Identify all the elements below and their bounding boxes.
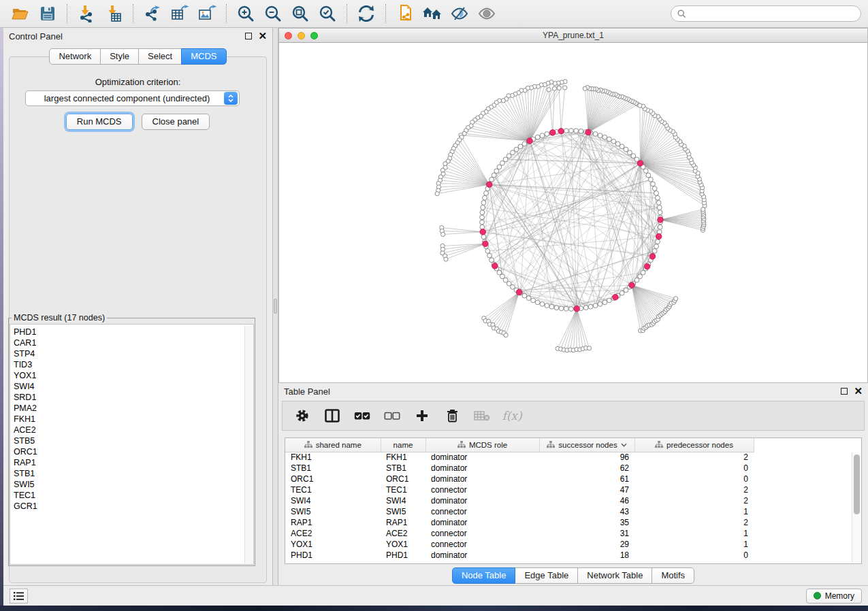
mcds-hub-node[interactable] [527,138,533,144]
tab-mcds[interactable]: MCDS [181,48,226,65]
network-node[interactable] [569,129,574,133]
tab-select[interactable]: Select [138,48,182,65]
show-details-icon[interactable] [473,3,500,24]
column-header-predecessor-nodes[interactable]: predecessor nodes [634,438,754,452]
function-builder-icon[interactable]: f(x) [502,406,522,426]
network-node[interactable] [593,132,598,137]
delete-table-icon[interactable] [472,406,492,426]
add-column-icon[interactable] [412,406,432,426]
search-box[interactable] [671,5,861,22]
tab-network[interactable]: Network [49,48,101,65]
network-file-icon[interactable] [391,3,419,24]
network-node[interactable] [611,139,616,144]
network-node[interactable] [615,142,620,146]
mcds-result-item[interactable]: TEC1 [14,490,253,501]
network-graph-canvas[interactable] [279,43,867,382]
mcds-result-item[interactable]: RAP1 [14,457,253,468]
network-node[interactable] [643,169,648,174]
network-node[interactable] [483,195,487,200]
table-row[interactable]: TEC1TEC1connector472 [285,484,754,495]
network-node[interactable] [583,306,588,310]
network-node[interactable] [658,210,662,215]
leaf-node[interactable] [504,333,508,337]
tab-style[interactable]: Style [100,48,139,65]
mcds-hub-node[interactable] [637,161,643,167]
splitter-grip[interactable] [274,299,277,314]
select-all-icon[interactable] [352,406,372,426]
network-node[interactable] [641,270,645,275]
export-network-icon[interactable] [139,3,166,24]
mcds-result-item[interactable]: SWI5 [14,479,253,490]
mcds-result-item[interactable]: TID3 [14,359,253,370]
mcds-hub-node[interactable] [558,129,564,135]
table-row[interactable]: ACE2ACE2connector311 [285,528,754,539]
close-table-panel-icon[interactable]: ✕ [854,388,863,395]
network-node[interactable] [579,129,583,133]
column-header-name[interactable]: name [381,438,425,452]
zoom-selected-icon[interactable] [314,3,341,24]
leaf-node[interactable] [587,346,591,350]
network-node[interactable] [480,210,485,215]
network-node[interactable] [485,249,490,254]
leaf-node[interactable] [547,88,551,92]
network-node[interactable] [646,173,651,178]
tab-node-table[interactable]: Node Table [452,567,516,584]
column-header-MCDS-role[interactable]: MCDS role [425,438,539,452]
mcds-hub-node[interactable] [656,233,662,240]
network-node[interactable] [489,258,494,263]
network-node[interactable] [598,302,602,307]
network-node[interactable] [531,298,536,303]
network-node[interactable] [497,270,502,275]
network-node[interactable] [559,306,564,311]
open-folder-icon[interactable] [7,3,34,24]
network-node[interactable] [588,304,593,309]
status-menu-button[interactable] [10,589,28,604]
close-panel-icon[interactable]: ✕ [258,33,267,39]
mcds-result-item[interactable]: ORC1 [14,446,253,457]
network-node[interactable] [481,205,485,210]
table-row[interactable]: FKH1FKH1dominator962 [285,452,754,463]
network-node[interactable] [607,137,612,142]
column-view-icon[interactable] [322,406,342,426]
table-scrollbar-thumb[interactable] [854,455,860,514]
mcds-hub-node[interactable] [492,263,498,269]
mcds-hub-node[interactable] [613,295,619,301]
criterion-dropdown[interactable]: largest connected component (undirected) [25,90,240,106]
table-row[interactable]: STB1STB1dominator620 [285,463,754,474]
zoom-out-icon[interactable] [259,3,287,24]
table-row[interactable]: SWI5SWI5connector431 [285,506,754,517]
tab-motifs[interactable]: Motifs [652,567,694,584]
network-node[interactable] [545,303,549,308]
mcds-hub-node[interactable] [649,254,656,260]
network-node[interactable] [656,240,660,244]
leaf-node[interactable] [435,192,439,196]
network-node[interactable] [569,307,574,312]
mcds-result-item[interactable]: ACE2 [14,425,253,435]
network-node[interactable] [507,282,511,286]
mcds-hub-node[interactable] [483,241,489,247]
network-node[interactable] [598,133,602,138]
mcds-hub-node[interactable] [574,306,580,312]
mcds-list-scrollbar[interactable] [244,326,253,563]
network-node[interactable] [624,147,628,152]
network-node[interactable] [481,201,486,205]
export-table-icon[interactable] [166,3,193,24]
network-node[interactable] [654,244,659,249]
node-table[interactable]: shared namenameMCDS rolesuccessor nodesp… [285,437,862,564]
save-icon[interactable] [34,3,61,24]
network-node[interactable] [535,300,540,305]
network-node[interactable] [489,177,494,182]
network-node[interactable] [656,201,661,205]
hide-details-icon[interactable] [446,3,473,24]
memory-button[interactable]: Memory [806,589,862,604]
mcds-result-item[interactable]: STB1 [14,468,253,479]
network-node[interactable] [540,133,545,138]
network-node[interactable] [511,150,515,155]
network-node[interactable] [507,154,511,159]
zoom-fit-icon[interactable] [287,3,314,24]
network-node[interactable] [522,293,527,298]
network-node[interactable] [602,300,607,305]
settings-gear-icon[interactable] [292,406,312,426]
leaf-node[interactable] [674,297,678,301]
mcds-result-item[interactable]: FKH1 [14,414,253,425]
